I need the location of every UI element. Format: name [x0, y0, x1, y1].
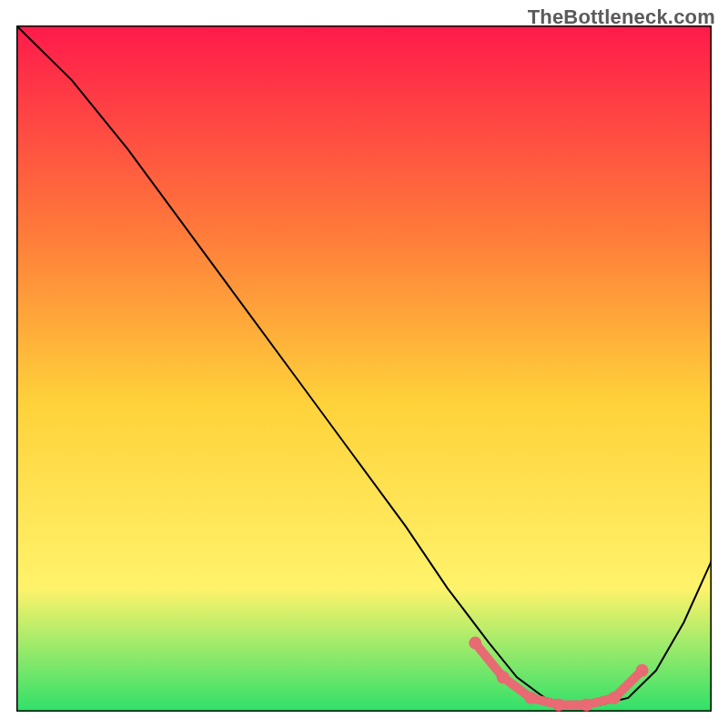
chart-svg — [16, 25, 712, 712]
highlight-dot — [636, 664, 649, 677]
highlight-dot — [469, 637, 481, 650]
highlight-dot — [552, 699, 565, 712]
highlight-dot — [524, 692, 537, 704]
gradient-background — [16, 25, 712, 712]
chart-stage: TheBottleneck.com — [0, 0, 728, 728]
highlight-dot — [581, 699, 593, 712]
plot-area — [16, 25, 712, 712]
highlight-dot — [608, 692, 621, 704]
highlight-dot — [497, 671, 510, 683]
